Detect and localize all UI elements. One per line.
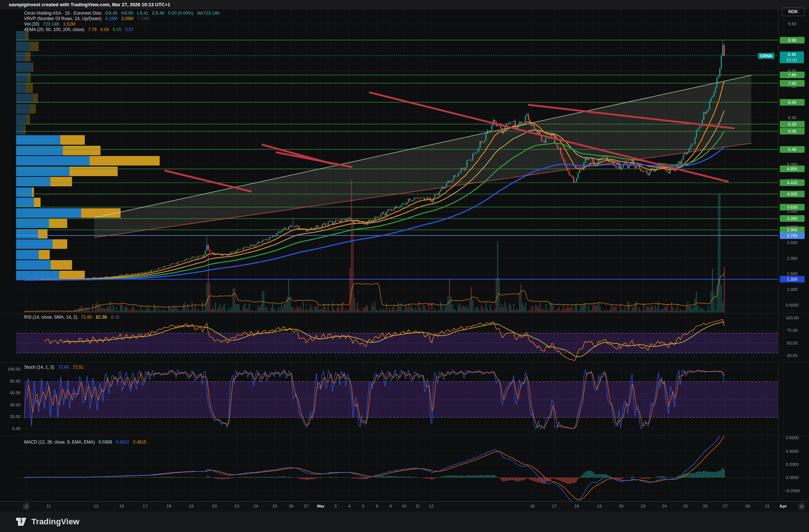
vol-indicator-title[interactable]: Vol (20) bbox=[24, 22, 39, 27]
macd-hist-value: 0.0308 bbox=[99, 440, 112, 445]
vol-current-value: 723.14K bbox=[43, 22, 60, 27]
macd-axis-label: 0.6000 bbox=[780, 434, 805, 441]
time-axis-label: 16 bbox=[119, 504, 124, 508]
currency-toggle-button[interactable]: NOK bbox=[782, 7, 805, 16]
price-level-label: 2.725 bbox=[780, 232, 805, 239]
auto-scale-button[interactable]: A bbox=[798, 503, 805, 510]
vrvp-indicator-title[interactable]: VRVP (Number Of Rows, 24, Up/Down) bbox=[24, 16, 102, 21]
ema-row: 4EMA (20, 50, 100, 200, close) 7.75 6.89… bbox=[24, 27, 222, 33]
open-label: O bbox=[105, 11, 109, 16]
price-level-label: 7.60 bbox=[780, 80, 805, 87]
rsi-band-values: ∅ ∅ bbox=[110, 315, 119, 320]
time-axis-label: 4 bbox=[348, 504, 350, 508]
time-axis-label: 24 bbox=[254, 504, 258, 508]
high-label: H bbox=[121, 11, 125, 16]
time-axis-label: Mar bbox=[317, 504, 324, 508]
time-axis-label: 5 bbox=[362, 504, 364, 508]
stoch-k-value: 73.48 bbox=[58, 365, 69, 370]
low-label: L bbox=[137, 11, 140, 16]
ema-indicator-title[interactable]: 4EMA (20, 50, 100, 200, close) bbox=[24, 27, 84, 32]
rsi-axis-label: 25.00 bbox=[780, 352, 805, 359]
time-axis-label: 19 bbox=[597, 504, 602, 508]
macd-line-value: 0.4922 bbox=[116, 440, 129, 445]
close-label: C bbox=[152, 11, 156, 16]
stoch-d-value: 72.51 bbox=[73, 365, 84, 370]
time-axis-label: 13 bbox=[94, 504, 99, 508]
price-axis-label: 0.5000 bbox=[780, 302, 805, 308]
price-level-label: 1.326 bbox=[780, 276, 805, 282]
ema200-value: 5.57 bbox=[125, 27, 133, 32]
time-axis-label: 31 bbox=[765, 504, 770, 508]
price-level-label: 3.635 bbox=[780, 204, 805, 210]
time-axis-label: 25 bbox=[273, 504, 277, 508]
time-axis-label: 12 bbox=[429, 504, 434, 508]
time-axis-label: 27 bbox=[723, 504, 728, 508]
rsi-legend: RSI (14, close, SMA, 14, 2) 71.60 82.38 … bbox=[24, 315, 122, 320]
stoch-axis-label: 0.00 bbox=[12, 426, 20, 431]
price-level-label: 4.415 bbox=[780, 179, 805, 186]
time-axis-label: 23 bbox=[641, 504, 646, 508]
stoch-axis-label: 60.00 bbox=[10, 391, 20, 395]
time-axis-label: 24 bbox=[662, 504, 667, 508]
time-axis-label: 16 bbox=[530, 504, 535, 508]
price-axis-label: 9.50 bbox=[780, 20, 805, 27]
price-axis-label: 1.000 bbox=[780, 286, 805, 293]
price-level-label: 6.99 bbox=[780, 99, 805, 106]
tradingview-logo-icon[interactable] bbox=[16, 518, 28, 526]
time-axis[interactable]: 9111316171819202324252627Mar345691011121… bbox=[0, 502, 809, 512]
stoch-indicator-title[interactable]: Stoch (14, 1, 3) bbox=[24, 365, 54, 370]
volume-value: 723.14K bbox=[204, 11, 220, 16]
price-axis-label: 2.500 bbox=[780, 239, 805, 246]
vrvp-down-value: 3.09M bbox=[121, 16, 133, 21]
time-axis-label: 6 bbox=[376, 504, 378, 508]
price-axis-label: 6.50 bbox=[780, 114, 805, 121]
rsi-axis-label: 75.00 bbox=[780, 327, 805, 334]
price-axis-label: 2.000 bbox=[780, 255, 805, 262]
rsi-indicator-title[interactable]: RSI (14, close, SMA, 14, 2) bbox=[24, 315, 77, 320]
ema50-value: 6.89 bbox=[100, 27, 109, 32]
footer-bar: TradingView bbox=[0, 512, 809, 532]
vol-ma-value: 1.52M bbox=[63, 22, 75, 27]
time-axis-label: 17 bbox=[552, 504, 557, 508]
stoch-axis-label: 20.00 bbox=[10, 414, 20, 419]
chart-canvas[interactable] bbox=[0, 0, 809, 532]
macd-axis-label: 0.0000 bbox=[780, 474, 805, 481]
price-level-label: 3.265 bbox=[780, 215, 805, 222]
price-level-label: 7.86 bbox=[780, 72, 805, 78]
macd-axis-label: 0.2000 bbox=[780, 461, 805, 468]
time-axis-label: 20 bbox=[212, 504, 217, 508]
time-axis-label: 25 bbox=[683, 504, 688, 508]
main-legend: Circio Holding ASA · 15 · Euronext Oslo … bbox=[24, 11, 222, 33]
time-axis-label: 26 bbox=[703, 504, 708, 508]
rsi-axis-label: 100.00 bbox=[780, 315, 805, 321]
symbol-row: Circio Holding ASA · 15 · Euronext Oslo … bbox=[24, 11, 222, 16]
time-axis-label: 11 bbox=[46, 504, 51, 508]
macd-axis-label: 0.4000 bbox=[780, 448, 805, 455]
symbol-title[interactable]: Circio Holding ASA · 15 · Euronext Oslo bbox=[24, 11, 101, 16]
symbol-price-flag: CRNA bbox=[758, 53, 774, 59]
price-axis[interactable]: 9.508.007.506.505.0004.5003.5003.0002.50… bbox=[779, 0, 808, 512]
time-axis-label: 18 bbox=[167, 504, 171, 508]
macd-indicator-title[interactable]: MACD (12, 26, close, 9, EMA, EMA) bbox=[24, 440, 95, 445]
rsi-ma-value: 82.38 bbox=[96, 315, 107, 320]
timezone-button[interactable]: Z bbox=[23, 503, 30, 510]
price-level-label: 4.855 bbox=[780, 166, 805, 172]
macd-axis-label: −0.2000 bbox=[780, 487, 805, 494]
time-axis-label: 9 bbox=[390, 504, 392, 508]
time-axis-label: 20 bbox=[619, 504, 624, 508]
stoch-left-axis[interactable]: 100.0080.0060.0040.0020.000.00 bbox=[0, 0, 23, 512]
stoch-axis-label: 80.00 bbox=[10, 379, 20, 383]
bar-countdown: 01:03 bbox=[780, 57, 804, 63]
open-value: 8.45 bbox=[109, 11, 117, 16]
low-value: 8.41 bbox=[140, 11, 148, 16]
volume-indicator-row: Vol (20) 723.14K 1.52M bbox=[24, 22, 222, 27]
time-axis-label: 17 bbox=[143, 504, 148, 508]
ema20-value: 7.75 bbox=[88, 27, 96, 32]
price-level-label: 4.055 bbox=[780, 191, 805, 197]
attribution-banner: savepiginvest created with TradingView.c… bbox=[0, 0, 809, 10]
current-price-value: 8.48 bbox=[780, 52, 804, 57]
tradingview-logo-text[interactable]: TradingView bbox=[31, 517, 79, 527]
stoch-legend: Stoch (14, 1, 3) 73.48 72.51 bbox=[24, 365, 86, 370]
time-axis-label: 10 bbox=[402, 504, 407, 508]
current-price-label: 8.48 01:03 bbox=[780, 52, 804, 63]
